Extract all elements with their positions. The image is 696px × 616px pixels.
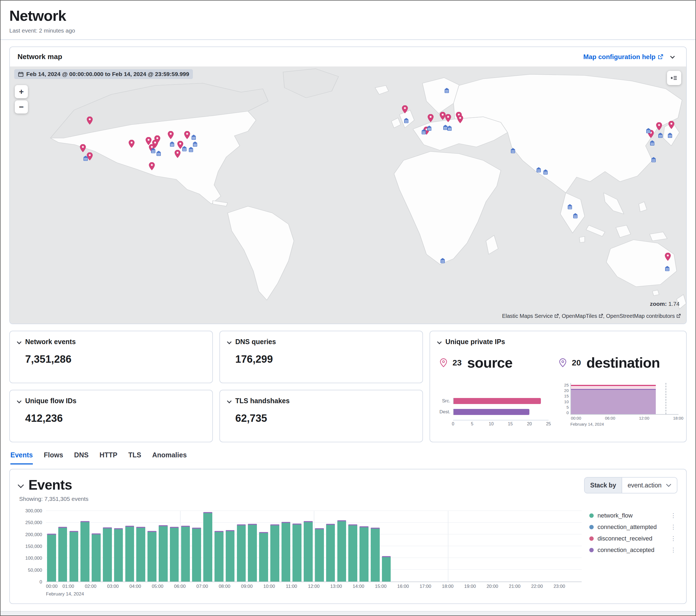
- map-point-marker[interactable]: [154, 136, 160, 146]
- collapse-chevron-icon[interactable]: [437, 339, 442, 344]
- map-point-marker[interactable]: [80, 144, 86, 155]
- tab-anomalies[interactable]: Anomalies: [152, 451, 187, 464]
- map-point-marker[interactable]: [184, 131, 190, 141]
- map-point-marker[interactable]: [457, 115, 463, 126]
- map-panel-collapse-chevron-icon[interactable]: [670, 54, 675, 59]
- map-building-marker[interactable]: [404, 116, 409, 126]
- legend-item-menu-icon[interactable]: ⋮: [669, 512, 677, 519]
- map-point-marker[interactable]: [440, 112, 446, 122]
- events-histogram-bar[interactable]: [348, 524, 357, 582]
- attribution-link[interactable]: Elastic Maps Service: [502, 313, 559, 319]
- horizontal-scrollbar[interactable]: [1, 611, 695, 615]
- events-histogram-bar[interactable]: [248, 524, 257, 582]
- map-building-marker[interactable]: [181, 144, 187, 154]
- tab-flows[interactable]: Flows: [44, 451, 63, 464]
- map-building-marker[interactable]: [567, 202, 573, 212]
- events-histogram-bar[interactable]: [192, 528, 201, 582]
- events-histogram-bar[interactable]: [181, 526, 190, 582]
- events-histogram-bar[interactable]: [226, 530, 235, 582]
- tab-http[interactable]: HTTP: [99, 451, 117, 464]
- map-zoom-out-button[interactable]: −: [15, 100, 28, 113]
- legend-item-network_flow[interactable]: network_flow⋮: [589, 512, 677, 519]
- events-histogram-bar[interactable]: [147, 531, 157, 582]
- events-histogram-bar[interactable]: [304, 521, 313, 582]
- legend-item-disconnect_received[interactable]: disconnect_received⋮: [589, 535, 677, 542]
- events-histogram-bar[interactable]: [103, 527, 112, 582]
- map-building-marker[interactable]: [573, 211, 578, 221]
- events-histogram-bar[interactable]: [315, 528, 324, 582]
- map-building-marker[interactable]: [427, 123, 432, 133]
- map-configuration-help-link[interactable]: Map configuration help: [583, 53, 663, 61]
- legend-item-menu-icon[interactable]: ⋮: [669, 547, 677, 554]
- events-histogram-bar[interactable]: [159, 525, 168, 582]
- collapse-chevron-icon[interactable]: [227, 339, 232, 344]
- tab-tls[interactable]: TLS: [128, 451, 141, 464]
- events-histogram-bar[interactable]: [282, 522, 290, 582]
- map-building-marker[interactable]: [188, 145, 194, 155]
- map-building-marker[interactable]: [447, 123, 452, 133]
- legend-item-connection_accepted[interactable]: connection_accepted⋮: [589, 547, 677, 554]
- events-histogram-bar[interactable]: [114, 528, 123, 582]
- map-legend-toggle-button[interactable]: [667, 71, 681, 85]
- events-histogram-bar[interactable]: [203, 512, 212, 582]
- events-histogram-bar[interactable]: [69, 531, 79, 582]
- map-point-marker[interactable]: [87, 116, 93, 127]
- stack-by-control[interactable]: Stack by event.action: [584, 477, 677, 493]
- map-building-marker[interactable]: [421, 127, 427, 137]
- legend-item-connection_attempted[interactable]: connection_attempted⋮: [589, 523, 677, 531]
- events-histogram-bar[interactable]: [80, 521, 90, 582]
- map-building-marker[interactable]: [658, 130, 663, 140]
- legend-item-menu-icon[interactable]: ⋮: [669, 523, 677, 531]
- events-histogram-bar[interactable]: [326, 524, 335, 582]
- map-point-marker[interactable]: [428, 114, 433, 124]
- map-building-marker[interactable]: [151, 146, 156, 156]
- collapse-chevron-icon[interactable]: [17, 398, 21, 403]
- events-histogram-bar[interactable]: [360, 526, 368, 582]
- events-histogram-bar[interactable]: [125, 526, 134, 582]
- map-building-marker[interactable]: [651, 155, 656, 165]
- map-building-marker[interactable]: [83, 154, 89, 163]
- events-histogram-bar[interactable]: [382, 556, 391, 582]
- map-building-marker[interactable]: [543, 167, 548, 177]
- events-histogram-bar[interactable]: [292, 523, 301, 582]
- map-building-marker[interactable]: [440, 255, 445, 266]
- tab-events[interactable]: Events: [11, 451, 33, 464]
- map-point-marker[interactable]: [665, 253, 671, 263]
- destination-bar[interactable]: [454, 409, 529, 415]
- map-building-marker[interactable]: [169, 139, 175, 149]
- map-building-marker[interactable]: [665, 264, 670, 273]
- map-canvas[interactable]: Feb 14, 2024 @ 00:00:00.000 to Feb 14, 2…: [10, 66, 686, 323]
- events-histogram-bar[interactable]: [170, 527, 179, 582]
- map-building-marker[interactable]: [156, 148, 161, 158]
- events-histogram-bar[interactable]: [237, 524, 246, 582]
- attribution-link[interactable]: OpenMapTiles: [562, 313, 603, 319]
- events-histogram-bar[interactable]: [371, 528, 380, 582]
- collapse-chevron-icon[interactable]: [227, 398, 232, 403]
- map-point-marker[interactable]: [149, 162, 155, 173]
- map-point-marker[interactable]: [129, 140, 135, 150]
- source-bar[interactable]: [454, 398, 541, 404]
- events-collapse-chevron-icon[interactable]: [18, 482, 24, 488]
- events-histogram-bar[interactable]: [58, 527, 67, 582]
- events-histogram-bar[interactable]: [136, 527, 145, 582]
- map-building-marker[interactable]: [536, 165, 541, 175]
- map-building-marker[interactable]: [649, 138, 655, 148]
- map-zoom-in-button[interactable]: +: [15, 85, 28, 98]
- map-point-marker[interactable]: [175, 150, 180, 160]
- map-building-marker[interactable]: [646, 126, 651, 136]
- events-histogram-bar[interactable]: [337, 520, 346, 582]
- map-building-marker[interactable]: [444, 85, 449, 96]
- map-point-marker[interactable]: [402, 105, 408, 116]
- map-building-marker[interactable]: [667, 130, 673, 140]
- events-histogram-bar[interactable]: [92, 533, 101, 582]
- map-building-marker[interactable]: [510, 146, 516, 156]
- events-histogram-bar[interactable]: [259, 532, 268, 582]
- events-histogram-bar[interactable]: [270, 524, 279, 582]
- legend-item-menu-icon[interactable]: ⋮: [669, 535, 677, 542]
- collapse-chevron-icon[interactable]: [17, 339, 21, 344]
- events-histogram-bar[interactable]: [215, 531, 223, 582]
- map-point-marker[interactable]: [668, 121, 675, 131]
- events-histogram-bar[interactable]: [47, 534, 56, 582]
- tab-dns[interactable]: DNS: [74, 451, 89, 464]
- attribution-link[interactable]: OpenStreetMap contributors: [606, 313, 681, 319]
